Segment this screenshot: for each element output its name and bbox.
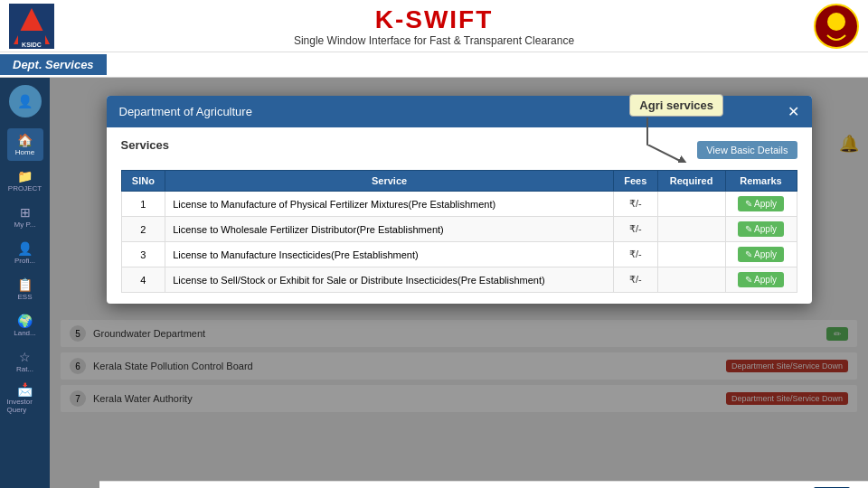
cell-service: License to Manufacture Insecticides(Pre … xyxy=(165,242,614,267)
star-icon: ☆ xyxy=(19,350,31,364)
cell-required xyxy=(657,267,725,293)
cell-required xyxy=(657,242,725,267)
project-icon: 📁 xyxy=(17,169,33,183)
dept-services-label: Dept. Services xyxy=(0,54,107,75)
sidebar-item-investor[interactable]: 📩 Investor Query xyxy=(7,381,43,414)
home-icon: 🏠 xyxy=(17,133,33,147)
apply-button[interactable]: ✎ Apply xyxy=(738,247,784,262)
cell-slno: 1 xyxy=(121,192,165,217)
cell-service: License to Sell/Stock or Exhibit for Sal… xyxy=(165,267,614,293)
table-row: 2 License to Wholesale Fertilizer Distri… xyxy=(121,217,797,242)
table-row: 3 License to Manufacture Insecticides(Pr… xyxy=(121,242,797,267)
cell-slno: 2 xyxy=(121,217,165,242)
table-row: 1 License to Manufacture of Physical Fer… xyxy=(121,192,797,217)
svg-text:KSIDC: KSIDC xyxy=(22,42,42,48)
cell-service: License to Manufacture of Physical Ferti… xyxy=(165,192,614,217)
sidebar-item-ess[interactable]: 📋 ESS xyxy=(7,273,43,305)
modal-overlay: Agri services Department of Agriculture … xyxy=(50,78,868,488)
header-title: K-SWIFT Single Window Interface for Fast… xyxy=(294,5,574,47)
sidebar-item-home[interactable]: 🏠 Home xyxy=(7,128,43,161)
services-table: SlNo Service Fees Required Remarks 1 Lic… xyxy=(121,170,797,293)
modal-section-title: Services xyxy=(121,138,170,152)
avatar: 👤 xyxy=(9,85,42,117)
logo-left: KSIDC xyxy=(9,4,54,49)
app-subtitle: Single Window Interface for Fast & Trans… xyxy=(294,34,574,47)
dept-services-bar: Dept. Services xyxy=(0,52,868,78)
apply-button[interactable]: ✎ Apply xyxy=(738,221,784,237)
callout-bubble: Agri services xyxy=(629,94,723,117)
mail-icon: 📩 xyxy=(17,382,33,397)
col-header-remarks: Remarks xyxy=(725,171,797,192)
ess-icon: 📋 xyxy=(17,277,33,292)
cell-slno: 3 xyxy=(121,242,165,267)
cell-required xyxy=(657,217,725,242)
sidebar-item-profile[interactable]: 👤 Profi... xyxy=(7,237,43,269)
cell-fees: ₹/- xyxy=(613,192,657,217)
view-basic-details-button[interactable]: View Basic Details xyxy=(697,141,797,159)
col-header-service: Service xyxy=(165,171,614,192)
col-header-slno: SlNo xyxy=(121,171,165,192)
modal-title: Department of Agriculture xyxy=(119,105,252,118)
svg-point-5 xyxy=(827,13,845,31)
grid-icon: ⊞ xyxy=(20,205,31,220)
cell-required xyxy=(657,192,725,217)
apply-button[interactable]: ✎ Apply xyxy=(738,196,784,211)
main-content: 5 Groundwater Department ✏ 6 Kerala Stat… xyxy=(50,78,868,488)
bottom-bar: © 2017 KSWIFT 3.34 National Informatics … xyxy=(99,481,868,488)
main-layout: 👤 🏠 Home 📁 PROJECT ⊞ My P... 👤 Profi... … xyxy=(0,78,868,488)
app-name: K-SWIFT xyxy=(294,5,574,34)
callout-container: Agri services xyxy=(629,94,723,117)
callout-arrow xyxy=(638,117,711,163)
apply-button[interactable]: ✎ Apply xyxy=(738,272,784,287)
cell-remarks: ✎ Apply xyxy=(725,267,797,293)
cell-remarks: ✎ Apply xyxy=(725,242,797,267)
cell-service: License to Wholesale Fertilizer Distribu… xyxy=(165,217,614,242)
sidebar-item-project[interactable]: 📁 PROJECT xyxy=(7,164,43,197)
cell-fees: ₹/- xyxy=(613,217,657,242)
sidebar-item-myp[interactable]: ⊞ My P... xyxy=(7,201,43,233)
cell-fees: ₹/- xyxy=(613,242,657,267)
cell-slno: 4 xyxy=(121,267,165,293)
modal-close-button[interactable]: ✕ xyxy=(788,103,799,120)
sidebar-item-land[interactable]: 🌍 Land... xyxy=(7,309,43,342)
logo-right xyxy=(814,4,859,49)
cell-fees: ₹/- xyxy=(613,267,657,293)
sidebar-item-rating[interactable]: ☆ Rat... xyxy=(7,345,43,378)
cell-remarks: ✎ Apply xyxy=(725,217,797,242)
user-icon: 👤 xyxy=(17,241,33,256)
table-row: 4 License to Sell/Stock or Exhibit for S… xyxy=(121,267,797,293)
sidebar: 👤 🏠 Home 📁 PROJECT ⊞ My P... 👤 Profi... … xyxy=(0,78,50,488)
cell-remarks: ✎ Apply xyxy=(725,192,797,217)
header: KSIDC K-SWIFT Single Window Interface fo… xyxy=(0,0,868,52)
land-icon: 🌍 xyxy=(17,314,33,328)
col-header-fees: Fees xyxy=(613,171,657,192)
col-header-required: Required xyxy=(657,171,725,192)
